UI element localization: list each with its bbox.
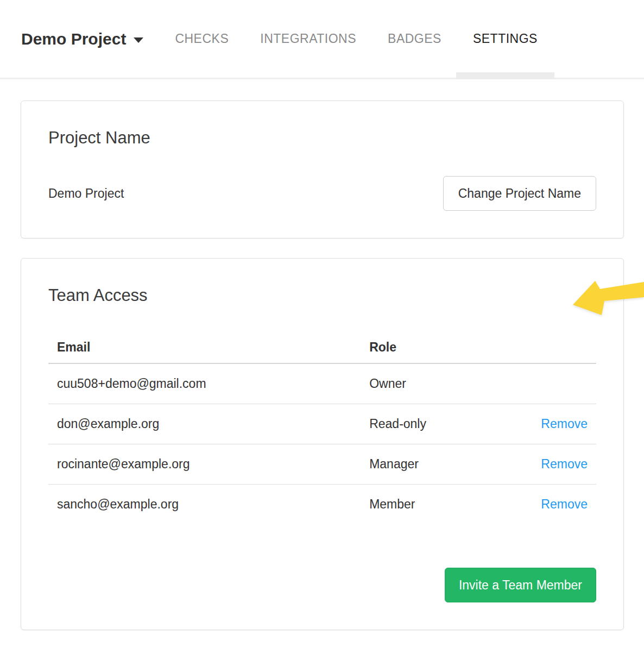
remove-member-link[interactable]: Remove [541, 497, 588, 511]
nav-tabs: CHECKS INTEGRATIONS BADGES SETTINGS [143, 0, 538, 78]
tab-badges[interactable]: BADGES [388, 0, 441, 78]
change-project-name-button[interactable]: Change Project Name [443, 176, 596, 211]
table-row: rocinante@example.org Manager Remove [48, 444, 596, 485]
caret-down-icon [134, 37, 143, 43]
member-role: Manager [361, 444, 503, 485]
member-email: cuu508+demo@gmail.com [48, 363, 361, 404]
role-column-header: Role [361, 329, 503, 363]
member-action-cell: Remove [503, 485, 596, 525]
project-name-card-title: Project Name [48, 128, 596, 148]
remove-member-link[interactable]: Remove [541, 417, 588, 431]
current-project-name: Demo Project [48, 186, 124, 201]
team-members-table: Email Role cuu508+demo@gmail.com Owner d… [48, 329, 596, 524]
member-action-cell: Remove [503, 444, 596, 485]
settings-page: Project Name Demo Project Change Project… [0, 79, 644, 651]
table-row: sancho@example.org Member Remove [48, 485, 596, 525]
team-access-card-title: Team Access [48, 286, 596, 305]
tab-integrations[interactable]: INTEGRATIONS [260, 0, 356, 78]
top-nav: Demo Project CHECKS INTEGRATIONS BADGES … [0, 0, 644, 79]
tab-settings[interactable]: SETTINGS [473, 0, 538, 78]
member-role: Member [361, 485, 503, 525]
invite-team-member-button[interactable]: Invite a Team Member [445, 568, 596, 602]
table-row: cuu508+demo@gmail.com Owner [48, 363, 596, 404]
member-action-cell [503, 363, 596, 404]
project-name-card: Project Name Demo Project Change Project… [21, 100, 624, 238]
project-name-row: Demo Project Change Project Name [48, 176, 596, 211]
project-selector-dropdown[interactable]: Demo Project [21, 30, 143, 48]
email-column-header: Email [48, 329, 361, 363]
table-header-row: Email Role [48, 329, 596, 363]
project-selector-label: Demo Project [21, 30, 126, 48]
member-role: Owner [361, 363, 503, 404]
remove-member-link[interactable]: Remove [541, 457, 588, 471]
member-email: don@example.org [48, 404, 361, 444]
action-column-header [503, 329, 596, 363]
invite-row: Invite a Team Member [48, 568, 596, 602]
tab-checks[interactable]: CHECKS [175, 0, 229, 78]
table-row: don@example.org Read-only Remove [48, 404, 596, 444]
member-role: Read-only [361, 404, 503, 444]
member-action-cell: Remove [503, 404, 596, 444]
member-email: sancho@example.org [48, 485, 361, 525]
team-access-card: Team Access Email Role cuu508+demo@gmail… [21, 258, 624, 630]
member-email: rocinante@example.org [48, 444, 361, 485]
